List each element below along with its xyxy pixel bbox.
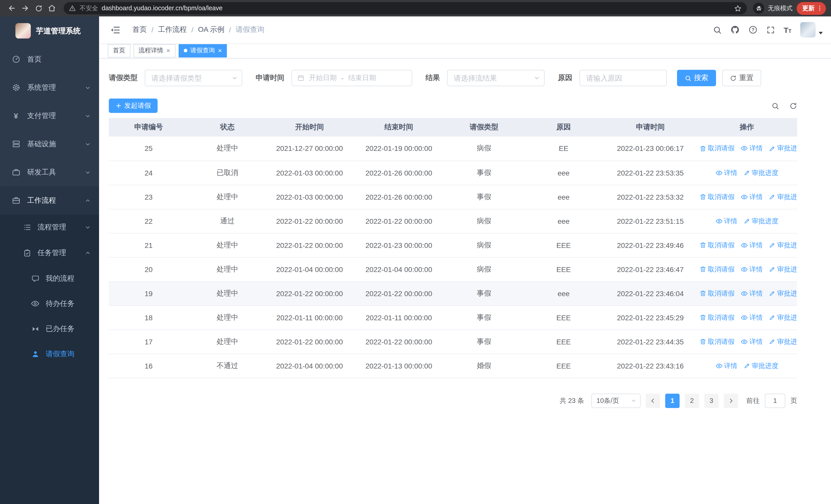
col-apply-time: 申请时间: [604, 118, 696, 137]
sidebar-item-system-mgmt[interactable]: 系统管理: [0, 73, 99, 101]
audit-progress-link[interactable]: 审批进度: [744, 168, 778, 177]
browser-reload-button[interactable]: [32, 2, 45, 15]
cell-end-time: 2022-01-04 00:00:00: [353, 257, 445, 281]
detail-link[interactable]: 详情: [741, 144, 763, 153]
browser-menu-icon[interactable]: [816, 5, 823, 12]
browser-home-button[interactable]: [45, 2, 58, 15]
sidebar-item-payment-mgmt[interactable]: ¥ 支付管理: [0, 101, 99, 130]
cancel-leave-link[interactable]: 取消请假: [699, 265, 735, 274]
sidebar-fold-icon[interactable]: [107, 25, 123, 35]
page-button-3[interactable]: 3: [704, 393, 719, 408]
fullscreen-icon[interactable]: [766, 25, 775, 34]
cancel-leave-link[interactable]: 取消请假: [699, 240, 735, 250]
incognito-icon: [753, 3, 764, 14]
sidebar-item-process-mgmt[interactable]: 流程管理: [0, 214, 99, 240]
sidebar-item-my-process[interactable]: 我的流程: [0, 266, 99, 291]
cell-start-time: 2021-12-27 00:00:00: [266, 137, 353, 161]
audit-progress-link[interactable]: 审批进度: [769, 289, 797, 298]
sidebar-item-todo-tasks[interactable]: 待办任务: [0, 291, 99, 316]
help-icon[interactable]: ?: [748, 25, 757, 34]
table-toolbar: 发起请假: [109, 98, 797, 113]
close-icon[interactable]: ×: [166, 47, 170, 54]
audit-progress-link[interactable]: 审批进度: [769, 144, 797, 153]
sidebar-item-task-mgmt[interactable]: 任务管理: [0, 240, 99, 266]
cell-start-time: 2022-01-03 00:00:00: [266, 185, 353, 209]
leave-type-select[interactable]: [145, 70, 242, 86]
audit-progress-link[interactable]: 审批进度: [769, 265, 797, 274]
logo[interactable]: 芋道管理系统: [0, 17, 99, 45]
search-icon[interactable]: [713, 25, 721, 34]
sidebar-item-home[interactable]: 首页: [0, 45, 99, 73]
breadcrumb-home[interactable]: 首页: [133, 25, 147, 34]
reason-input[interactable]: [579, 70, 667, 86]
cell-status: 不通过: [189, 354, 266, 378]
cell-reason: eee: [523, 185, 604, 209]
avatar[interactable]: [800, 22, 815, 37]
col-status: 状态: [189, 118, 266, 137]
done-tasks-icon: [31, 325, 39, 333]
tab-home[interactable]: 首页: [108, 44, 131, 57]
sidebar-item-dev-tools[interactable]: 研发工具: [0, 158, 99, 186]
audit-progress-link[interactable]: 审批进度: [744, 216, 778, 226]
detail-link[interactable]: 详情: [715, 168, 737, 177]
reason-label: 原因: [558, 73, 572, 83]
apply-time-range-picker[interactable]: 开始日期 - 结束日期: [291, 70, 412, 86]
breadcrumb-workflow[interactable]: 工作流程: [158, 25, 187, 34]
tab-process-detail[interactable]: 流程详情 ×: [134, 44, 175, 57]
cancel-leave-link[interactable]: 取消请假: [699, 313, 735, 322]
search-button[interactable]: 搜索: [677, 70, 716, 86]
cell-reason: EE: [523, 137, 604, 161]
breadcrumb-separator: /: [229, 26, 231, 34]
table-search-toggle-button[interactable]: [771, 102, 779, 110]
cell-actions: 取消请假详情审批进度: [696, 329, 797, 354]
sidebar-item-done-tasks[interactable]: 已办任务: [0, 316, 99, 341]
close-icon[interactable]: ×: [218, 47, 222, 54]
goto-page-input[interactable]: [765, 393, 785, 408]
page-size-select[interactable]: 10条/页: [591, 393, 640, 408]
browser-update-button[interactable]: 更新: [797, 2, 826, 14]
detail-link[interactable]: 详情: [741, 240, 763, 250]
tab-leave-query[interactable]: 请假查询 ×: [178, 44, 227, 57]
create-leave-button[interactable]: 发起请假: [109, 98, 157, 113]
audit-progress-link[interactable]: 审批进度: [769, 240, 797, 250]
detail-link[interactable]: 详情: [741, 265, 763, 274]
table-refresh-button[interactable]: [790, 102, 797, 110]
cell-end-time: 2022-01-19 00:00:00: [353, 137, 445, 161]
audit-progress-link[interactable]: 审批进度: [769, 192, 797, 202]
audit-progress-link[interactable]: 审批进度: [769, 337, 797, 346]
cancel-leave-link[interactable]: 取消请假: [699, 192, 735, 202]
prev-page-button[interactable]: [646, 393, 660, 408]
user-menu[interactable]: [800, 22, 823, 37]
sidebar-item-workflow[interactable]: 工作流程: [0, 186, 99, 214]
cancel-leave-link[interactable]: 取消请假: [699, 144, 735, 153]
result-select[interactable]: [447, 70, 545, 86]
bookmark-star-icon[interactable]: [734, 4, 742, 12]
cancel-leave-link[interactable]: 取消请假: [699, 337, 735, 346]
audit-progress-link[interactable]: 审批进度: [744, 361, 778, 370]
reset-button[interactable]: 重置: [722, 70, 761, 86]
sidebar-item-infrastructure[interactable]: 基础设施: [0, 130, 99, 158]
security-warning-icon[interactable]: [69, 5, 76, 12]
cancel-leave-link[interactable]: 取消请假: [699, 289, 735, 298]
col-apply-id: 申请编号: [109, 118, 189, 137]
breadcrumb-separator: /: [151, 26, 153, 34]
detail-link[interactable]: 详情: [741, 337, 763, 346]
detail-link[interactable]: 详情: [715, 361, 737, 370]
browser-back-button[interactable]: [5, 2, 19, 15]
page-button-1[interactable]: 1: [665, 393, 680, 408]
detail-link[interactable]: 详情: [741, 313, 763, 322]
sidebar-item-leave-query[interactable]: 请假查询: [0, 341, 99, 366]
audit-progress-link[interactable]: 审批进度: [769, 313, 797, 322]
cell-apply-id: 20: [109, 257, 189, 281]
table-header-row: 申请编号 状态 开始时间 结束时间 请假类型 原因 申请时间 操作: [109, 118, 797, 137]
detail-link[interactable]: 详情: [715, 216, 737, 226]
github-icon[interactable]: [730, 25, 739, 34]
app-title: 芋道管理系统: [36, 26, 81, 36]
detail-link[interactable]: 详情: [741, 289, 763, 298]
browser-forward-button[interactable]: [19, 2, 32, 15]
page-button-2[interactable]: 2: [685, 393, 699, 408]
browser-address-bar[interactable]: 不安全 dashboard.yudao.iocoder.cn/bpm/oa/le…: [64, 2, 747, 14]
next-page-button[interactable]: [724, 393, 738, 408]
detail-link[interactable]: 详情: [741, 192, 763, 202]
font-size-icon[interactable]: TT: [783, 26, 792, 34]
